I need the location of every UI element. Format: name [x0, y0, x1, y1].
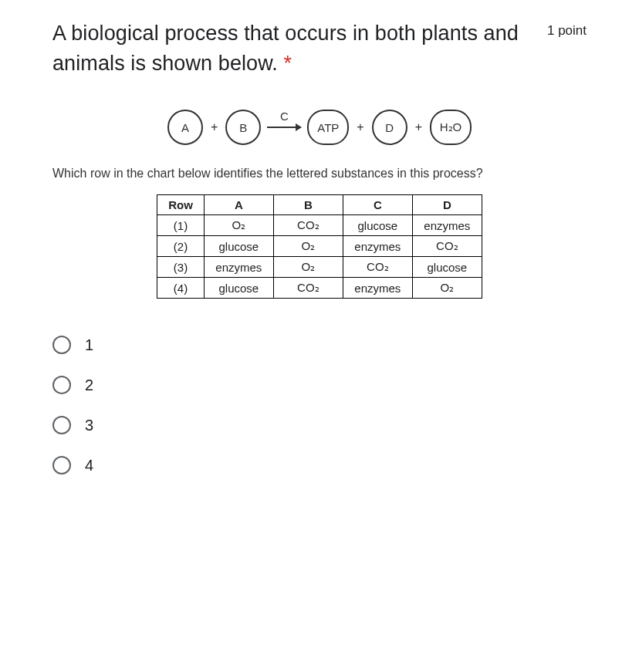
radio-icon: [52, 336, 71, 354]
diagram-node-d: D: [372, 110, 407, 145]
table-cell: enzymes: [204, 257, 273, 278]
table-cell: O₂: [273, 236, 343, 257]
required-asterisk: *: [284, 52, 292, 75]
table-header: C: [343, 195, 412, 215]
table-header: Row: [157, 195, 205, 215]
question-points: 1 point: [547, 19, 587, 39]
table-cell: enzymes: [343, 236, 412, 257]
table-cell: enzymes: [412, 215, 482, 236]
option-1[interactable]: 1: [52, 336, 587, 354]
data-table-container: Row A B C D (1) O₂ CO₂ glucose enzymes (…: [52, 194, 587, 299]
radio-icon: [52, 376, 71, 394]
table-cell: O₂: [204, 215, 273, 236]
table-cell: enzymes: [343, 278, 412, 299]
arrow-label: C: [280, 110, 289, 123]
table-row: (2) glucose O₂ enzymes CO₂: [157, 236, 482, 257]
plus-icon: +: [414, 120, 424, 134]
plus-icon: +: [209, 120, 219, 134]
arrow-icon: C: [267, 127, 301, 128]
option-3[interactable]: 3: [52, 416, 587, 434]
table-header-row: Row A B C D: [157, 195, 482, 215]
option-2[interactable]: 2: [52, 376, 587, 394]
table-cell: (4): [157, 278, 205, 299]
option-label: 2: [85, 377, 93, 394]
table-cell: glucose: [204, 278, 273, 299]
diagram-node-h2o: H₂O: [430, 110, 472, 145]
radio-icon: [52, 416, 71, 434]
option-label: 3: [85, 417, 93, 434]
data-table: Row A B C D (1) O₂ CO₂ glucose enzymes (…: [157, 194, 482, 299]
sub-question-text: Which row in the chart below identifies …: [52, 167, 587, 181]
table-row: (1) O₂ CO₂ glucose enzymes: [157, 215, 482, 236]
table-row: (3) enzymes O₂ CO₂ glucose: [157, 257, 482, 278]
table-row: (4) glucose CO₂ enzymes O₂: [157, 278, 482, 299]
table-cell: CO₂: [273, 215, 343, 236]
diagram-node-a: A: [167, 110, 203, 145]
table-cell: glucose: [204, 236, 273, 257]
table-cell: CO₂: [343, 257, 412, 278]
option-label: 1: [85, 336, 93, 354]
answer-options: 1 2 3 4: [52, 336, 587, 474]
plus-icon: +: [355, 120, 365, 134]
question-title: A biological process that occurs in both…: [52, 19, 547, 79]
table-cell: glucose: [343, 215, 412, 236]
table-cell: CO₂: [273, 278, 343, 299]
table-cell: (2): [157, 236, 205, 257]
table-cell: (3): [157, 257, 205, 278]
diagram-node-atp: ATP: [307, 110, 349, 145]
chemical-diagram: A + B C ATP + D + H₂O: [52, 110, 587, 145]
question-header: A biological process that occurs in both…: [52, 19, 587, 79]
table-header: A: [204, 195, 273, 215]
table-header: B: [273, 195, 343, 215]
table-cell: glucose: [412, 257, 482, 278]
option-4[interactable]: 4: [52, 456, 587, 474]
radio-icon: [52, 456, 71, 474]
table-header: D: [412, 195, 482, 215]
diagram-node-b: B: [225, 110, 261, 145]
option-label: 4: [85, 457, 93, 474]
table-cell: (1): [157, 215, 205, 236]
table-cell: CO₂: [412, 236, 482, 257]
table-cell: O₂: [273, 257, 343, 278]
table-cell: O₂: [412, 278, 482, 299]
